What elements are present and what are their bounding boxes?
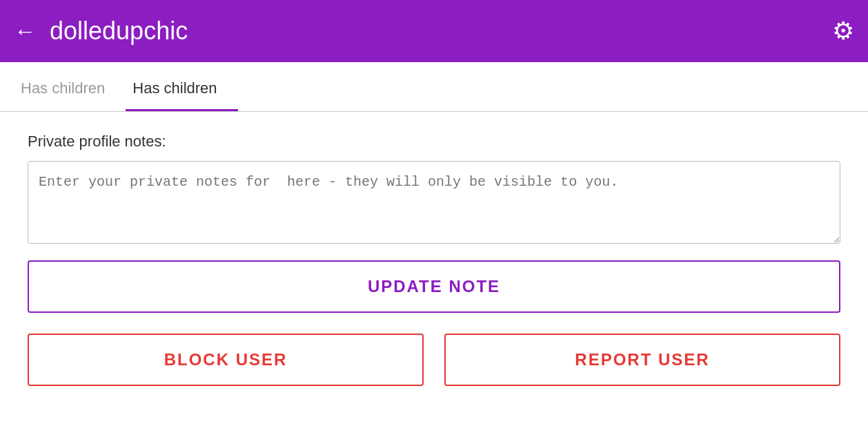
- report-user-button[interactable]: REPORT USER: [444, 334, 840, 386]
- action-buttons: BLOCK USER REPORT USER: [28, 334, 840, 386]
- tab-bar: Has children Has children: [0, 62, 868, 112]
- private-notes-label: Private profile notes:: [28, 133, 840, 151]
- main-content: Private profile notes: UPDATE NOTE BLOCK…: [0, 112, 868, 424]
- page-title: dolledupchic: [50, 17, 832, 46]
- block-user-button[interactable]: BLOCK USER: [28, 334, 424, 386]
- app-container: ← dolledupchic ⚙ Has children Has childr…: [0, 0, 868, 424]
- back-button[interactable]: ←: [14, 19, 36, 44]
- header: ← dolledupchic ⚙: [0, 0, 868, 62]
- tab-has-children-1[interactable]: Has children: [14, 62, 126, 111]
- update-note-button[interactable]: UPDATE NOTE: [28, 260, 840, 313]
- settings-icon[interactable]: ⚙: [832, 17, 854, 46]
- private-notes-textarea[interactable]: [28, 161, 840, 244]
- tab-has-children-2[interactable]: Has children: [126, 62, 237, 111]
